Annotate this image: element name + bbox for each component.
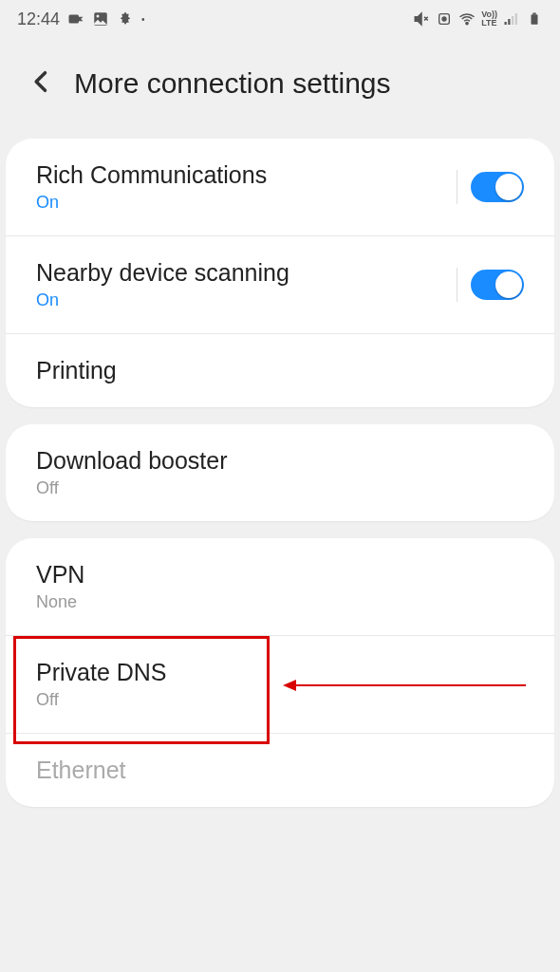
settings-group-1: Rich Communications On Nearby device sca… xyxy=(6,139,554,407)
row-ethernet[interactable]: Ethernet xyxy=(6,734,554,807)
row-nearby-scanning[interactable]: Nearby device scanning On xyxy=(6,236,554,334)
back-button[interactable] xyxy=(28,66,55,101)
svg-point-2 xyxy=(97,15,100,18)
page-header: More connection settings xyxy=(0,38,560,139)
svg-rect-11 xyxy=(532,13,536,15)
row-printing[interactable]: Printing xyxy=(6,334,554,407)
row-title: Rich Communications xyxy=(36,161,267,189)
wifi-icon xyxy=(458,10,476,28)
status-time: 12:44 xyxy=(17,9,60,29)
svg-rect-10 xyxy=(532,14,538,24)
svg-rect-8 xyxy=(512,16,513,25)
dot-icon: • xyxy=(141,14,145,25)
svg-point-4 xyxy=(442,17,446,21)
row-title: Download booster xyxy=(36,447,228,475)
divider xyxy=(457,268,457,302)
row-title: Printing xyxy=(36,357,117,384)
toggle-rich-communications[interactable] xyxy=(471,172,524,202)
signal-icon xyxy=(503,10,520,28)
mute-icon xyxy=(413,10,430,28)
settings-group-2: Download booster Off xyxy=(6,424,554,521)
row-title: Ethernet xyxy=(36,757,126,784)
outlook-icon xyxy=(67,10,84,28)
image-icon xyxy=(92,10,109,28)
row-download-booster[interactable]: Download booster Off xyxy=(6,424,554,521)
row-status: On xyxy=(36,193,267,213)
toggle-nearby-scanning[interactable] xyxy=(471,270,524,300)
row-vpn[interactable]: VPN None xyxy=(6,538,554,636)
lte-icon: Vo))LTE xyxy=(481,10,497,28)
row-status: On xyxy=(36,290,289,310)
page-title: More connection settings xyxy=(74,67,391,100)
row-status: Off xyxy=(36,690,167,710)
svg-rect-6 xyxy=(505,22,507,25)
battery-icon xyxy=(526,10,543,28)
svg-point-5 xyxy=(466,22,468,24)
row-status: Off xyxy=(36,478,228,498)
row-title: VPN xyxy=(36,561,84,589)
status-bar: 12:44 • Vo))LTE xyxy=(0,0,560,38)
row-rich-communications[interactable]: Rich Communications On xyxy=(6,139,554,236)
svg-rect-7 xyxy=(508,19,510,25)
settings-group-3: VPN None Private DNS Off Ethernet xyxy=(6,538,554,807)
puzzle-icon xyxy=(117,10,134,28)
data-saver-icon xyxy=(436,10,453,28)
row-private-dns[interactable]: Private DNS Off xyxy=(6,636,554,734)
row-status: None xyxy=(36,592,84,612)
row-title: Nearby device scanning xyxy=(36,259,289,287)
row-title: Private DNS xyxy=(36,659,167,686)
svg-rect-0 xyxy=(69,15,80,24)
divider xyxy=(457,170,457,204)
svg-rect-9 xyxy=(515,13,517,25)
